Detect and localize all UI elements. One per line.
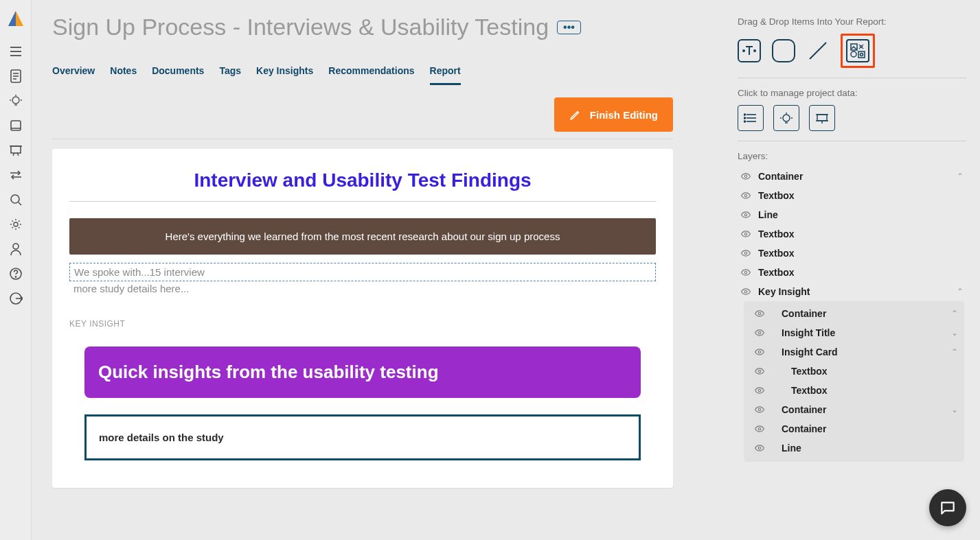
visibility-icon[interactable]	[754, 424, 765, 434]
visibility-icon[interactable]	[740, 287, 751, 296]
layer-label: Insight Card	[772, 347, 944, 357]
tab-documents[interactable]: Documents	[152, 65, 204, 85]
layer-item[interactable]: Textbox	[738, 186, 966, 205]
svg-point-30	[743, 50, 744, 51]
layer-item[interactable]: Container	[747, 419, 961, 438]
layers-nested-block: Container⌃Insight Title⌄Insight Card⌃Tex…	[744, 301, 964, 460]
layer-item[interactable]: Container⌄	[747, 400, 961, 419]
report-textbox-secondary[interactable]: more study details here...	[69, 281, 656, 296]
key-insight-label: KEY INSIGHT	[69, 319, 656, 329]
svg-point-27	[15, 277, 16, 277]
swap-icon[interactable]	[7, 167, 25, 183]
svg-rect-14	[11, 121, 21, 130]
help-icon[interactable]	[7, 266, 25, 281]
document-icon[interactable]	[7, 69, 25, 84]
manage-insights-button[interactable]	[773, 105, 799, 131]
visibility-icon[interactable]	[754, 405, 765, 414]
insert-textbox-tool[interactable]	[738, 39, 761, 62]
svg-rect-35	[858, 51, 865, 58]
finish-editing-button[interactable]: Finish Editing	[554, 97, 673, 132]
app-logo-icon	[7, 10, 25, 27]
layer-item[interactable]: Textbox	[747, 381, 961, 400]
visibility-icon[interactable]	[754, 386, 765, 395]
layers-label: Layers:	[738, 151, 966, 161]
svg-point-43	[783, 115, 790, 121]
insert-line-tool[interactable]	[806, 39, 830, 62]
layer-label: Textbox	[772, 366, 958, 377]
svg-point-59	[758, 312, 761, 315]
tab-report[interactable]: Report	[430, 65, 461, 85]
tab-recommendations[interactable]: Recommendations	[328, 65, 414, 85]
search-icon[interactable]	[7, 192, 25, 207]
gear-icon[interactable]	[7, 217, 25, 232]
layer-item[interactable]: Textbox	[738, 244, 966, 263]
layer-label: Container	[772, 423, 958, 434]
visibility-icon[interactable]	[754, 443, 765, 453]
layer-item[interactable]: Container⌃	[738, 167, 966, 186]
layer-item[interactable]: Key Insight⌃	[738, 282, 966, 301]
layer-label: Textbox	[772, 385, 958, 396]
layer-item[interactable]: Line	[738, 205, 966, 224]
list-icon[interactable]	[7, 44, 25, 59]
layer-item[interactable]: Insight Card⌃	[747, 342, 961, 362]
visibility-icon[interactable]	[754, 347, 765, 357]
manage-list-button[interactable]	[738, 105, 764, 131]
report-intro-textbox[interactable]: Here's everything we learned from the mo…	[69, 218, 656, 255]
insert-container-tool[interactable]	[772, 39, 795, 62]
visibility-icon[interactable]	[740, 248, 751, 258]
visibility-icon[interactable]	[740, 172, 751, 181]
layer-item[interactable]: Textbox	[738, 263, 966, 282]
insight-detail-box[interactable]: more details on the study	[84, 414, 641, 460]
manage-data-buttons	[738, 105, 966, 141]
svg-point-65	[758, 427, 761, 430]
visibility-icon[interactable]	[754, 309, 765, 318]
visibility-icon[interactable]	[740, 210, 751, 220]
visibility-icon[interactable]	[740, 229, 751, 239]
visibility-icon[interactable]	[754, 328, 765, 338]
svg-point-31	[754, 50, 755, 51]
pencil-icon	[569, 108, 582, 121]
manage-presentation-button[interactable]	[809, 105, 835, 131]
title-overflow-button[interactable]: •••	[557, 21, 581, 34]
layer-item[interactable]: Textbox	[747, 362, 961, 381]
svg-point-60	[758, 331, 761, 334]
layer-label: Textbox	[758, 267, 964, 278]
action-bar: Finish Editing	[32, 85, 728, 139]
visibility-icon[interactable]	[740, 268, 751, 277]
logout-icon[interactable]	[7, 291, 25, 306]
tab-key-insights[interactable]: Key Insights	[256, 65, 313, 85]
lightbulb-icon[interactable]	[7, 93, 25, 108]
tab-tags[interactable]: Tags	[219, 65, 241, 85]
svg-point-41	[744, 117, 746, 119]
layer-label: Insight Title	[772, 327, 944, 338]
insert-media-tool[interactable]	[846, 39, 869, 62]
chat-button[interactable]	[929, 489, 966, 526]
tab-notes[interactable]: Notes	[110, 65, 137, 85]
report-editable-textbox[interactable]: We spoke with...15 interview	[69, 263, 656, 281]
layer-item[interactable]: Container⌃	[747, 304, 961, 323]
divider	[52, 139, 673, 139]
layer-label: Container	[772, 404, 944, 415]
layer-item[interactable]: Line	[747, 438, 961, 458]
insight-title-block[interactable]: Quick insights from the usability testin…	[84, 347, 641, 398]
svg-point-57	[744, 271, 747, 274]
svg-point-52	[744, 175, 747, 178]
svg-point-42	[744, 121, 746, 122]
user-icon[interactable]	[7, 242, 25, 257]
tab-overview[interactable]: Overview	[52, 65, 95, 85]
presentation-icon[interactable]	[7, 143, 25, 158]
layer-label: Textbox	[758, 190, 964, 201]
layer-item[interactable]: Insight Title⌄	[747, 323, 961, 342]
svg-point-66	[758, 447, 761, 449]
visibility-icon[interactable]	[754, 366, 765, 376]
svg-point-34	[861, 46, 863, 48]
main-content-area: Sign Up Process - Interviews & Usability…	[32, 0, 728, 540]
report-canvas: Interview and Usability Test Findings He…	[52, 149, 673, 488]
svg-point-55	[744, 233, 747, 235]
layer-item[interactable]: Textbox	[738, 224, 966, 244]
report-heading[interactable]: Interview and Usability Test Findings	[69, 169, 656, 191]
page-title: Sign Up Process - Interviews & Usability…	[52, 14, 549, 40]
visibility-icon[interactable]	[740, 191, 751, 200]
book-icon[interactable]	[7, 118, 25, 133]
layer-label: Line	[772, 443, 958, 454]
